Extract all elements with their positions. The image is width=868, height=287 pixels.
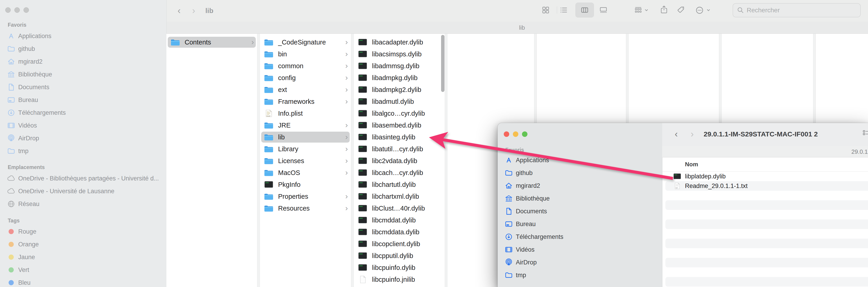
file-row-libcopclient-dylib[interactable]: execlibcopclient.dylib [354,238,445,250]
file-row-common[interactable]: common› [260,60,351,72]
file-row-macos[interactable]: MacOS› [260,167,351,179]
sidebar-item-orange[interactable]: Orange [0,238,165,251]
sidebar-item-rouge[interactable]: Rouge [0,225,165,238]
column-scrollbar[interactable] [441,35,444,92]
view-gallery-icon[interactable] [599,6,608,14]
sidebar-item-onedrive-universit-de-lausanne[interactable]: OneDrive - Université de Lausanne [0,185,165,198]
sidebar-item-tmp[interactable]: tmp [0,145,165,157]
file-row-libacsimsps-dylib[interactable]: execlibacsimsps.dylib [354,48,445,60]
sidebar-item-onedrive-biblioth-ques-partag-[interactable]: OneDrive - Bibliothèques partagées - Uni… [0,172,165,185]
zoom-button[interactable] [24,7,29,13]
file-row-libadmpkg-dylib[interactable]: execlibadmpkg.dylib [354,72,445,84]
file-row-libc2vdata-dylib[interactable]: execlibc2vdata.dylib [354,155,445,167]
sidebar-item-github[interactable]: github [498,167,661,179]
sidebar-item-tmp[interactable]: tmp [498,269,661,282]
file-row-libatutil-cyr-dylib[interactable]: execlibatutil…cyr.dylib [354,143,445,155]
view-options-partial-icon[interactable] [862,130,868,138]
sidebar-item-bleu[interactable]: Bleu [0,276,165,287]
file-row-licenses[interactable]: Licenses› [260,155,351,167]
minimize-button[interactable] [14,7,20,13]
file-row-lib[interactable]: lib› [260,131,351,143]
sidebar-item-mgirard2[interactable]: mgirard2 [0,55,165,68]
secondary-finder-window: FavorisApplicationsgithubmgirard2Bibliot… [498,123,868,287]
file-row-libcach-cyr-dylib[interactable]: execlibcach…cyr.dylib [354,167,445,179]
file-row-bin[interactable]: bin› [260,48,351,60]
more-actions-icon[interactable] [695,6,704,15]
sidebar-section-label: Favoris [505,147,524,153]
file-row-libcpuinfo-dylib[interactable]: execlibcpuinfo.dylib [354,262,445,274]
file-row-info-plist[interactable]: PLISTInfo.plist [260,108,351,119]
file-row-ext[interactable]: ext› [260,84,351,95]
close-button[interactable] [504,132,509,137]
column-separator[interactable] [351,34,354,287]
list-header-row[interactable]: Nom [662,157,868,172]
secondary-tab-bar[interactable]: 29.0.1.1-IM-S29STATC-MAC-IF001 2 [662,146,868,157]
file-row-readme-29-0-1-1-1-txt[interactable]: TXTReadme_29.0.1.1-1.txt [662,181,868,191]
file-row-libasinteg-dylib[interactable]: execlibasinteg.dylib [354,131,445,143]
sidebar-item-vid-os[interactable]: Vidéos [498,243,661,256]
file-row-libadmmsg-dylib[interactable]: execlibadmmsg.dylib [354,60,445,72]
sidebar-item-airdrop[interactable]: AirDrop [0,132,165,145]
forward-button[interactable]: › [691,130,693,139]
file-row-properties[interactable]: Properties› [260,191,351,202]
sidebar-item-jaune[interactable]: Jaune [0,251,165,263]
sidebar-item-applications[interactable]: Applications [498,154,661,167]
file-row-libadmutl-dylib[interactable]: execlibadmutl.dylib [354,95,445,108]
file-row-libchartxml-dylib[interactable]: execlibchartxml.dylib [354,191,445,202]
sidebar-item-documents[interactable]: Documents [498,205,661,218]
file-row-libcpputil-dylib[interactable]: execlibcpputil.dylib [354,250,445,262]
file-row--codesignature[interactable]: _CodeSignature› [260,36,351,48]
column-header-name[interactable]: Nom [685,161,698,168]
minimize-button[interactable] [513,132,518,137]
column-separator[interactable] [257,34,260,287]
search-field[interactable]: Rechercher [733,3,861,17]
sidebar-item-applications[interactable]: Applications [0,30,165,42]
file-row-libcmddata-dylib[interactable]: execlibcmddata.dylib [354,226,445,238]
sidebar-item-vert[interactable]: Vert [0,263,165,276]
view-list-icon[interactable] [560,6,568,14]
file-row-pkginfo[interactable]: execPkgInfo [260,179,351,191]
file-row-libchartutl-dylib[interactable]: execlibchartutl.dylib [354,179,445,191]
sidebar-item-label: Téléchargements [18,109,66,116]
file-row-contents[interactable]: Contents› [166,36,257,48]
file-row-resources[interactable]: Resources› [260,202,351,214]
column-separator[interactable] [445,34,447,287]
file-row-libclust-40r-dylib[interactable]: execlibClust…40r.dylib [354,202,445,214]
sidebar-item-biblioth-que[interactable]: Bibliothèque [498,192,661,205]
sidebar-item-bureau[interactable]: Bureau [0,93,165,106]
file-row-libacadapter-dylib[interactable]: execlibacadapter.dylib [354,36,445,48]
file-row-frameworks[interactable]: Frameworks› [260,95,351,108]
sidebar-item-documents[interactable]: Documents [0,81,165,93]
main-window-tab-bar[interactable]: lib [167,22,868,34]
file-row-config[interactable]: config› [260,72,351,84]
group-by-icon[interactable] [634,6,643,14]
file-row-libadmpkg2-dylib[interactable]: execlibadmpkg2.dylib [354,84,445,95]
sidebar-item-bureau[interactable]: Bureau [498,218,661,230]
file-row-library[interactable]: Library› [260,143,351,155]
sidebar-item-t-l-chargements[interactable]: Téléchargements [498,230,661,243]
window-controls[interactable] [5,7,29,13]
sidebar-item-mgirard2[interactable]: mgirard2 [498,179,661,192]
sidebar-item-biblioth-que[interactable]: Bibliothèque [0,68,165,81]
forward-button[interactable]: › [192,6,195,15]
tag-icon[interactable] [677,6,686,15]
file-row-libcpuinfo-jnilib[interactable]: libcpuinfo.jnilib [354,274,445,285]
sidebar-item-t-l-chargements[interactable]: Téléchargements [0,106,165,119]
back-button[interactable]: ‹ [178,6,181,15]
view-grid-icon[interactable] [541,6,550,14]
back-button[interactable]: ‹ [675,130,678,139]
file-row-libplatdep-dylib[interactable]: execlibplatdep.dylib [662,172,868,181]
zoom-button[interactable] [522,132,527,137]
sidebar-item-github[interactable]: github [0,42,165,55]
file-row-jre[interactable]: JRE› [260,119,351,131]
close-button[interactable] [5,7,11,13]
share-icon[interactable] [660,5,668,14]
file-row-libalgco-cyr-dylib[interactable]: execlibalgco…cyr.dylib [354,108,445,119]
window-controls[interactable] [504,132,527,137]
file-row-libasembed-dylib[interactable]: execlibasembed.dylib [354,119,445,131]
sidebar-item-vid-os[interactable]: Vidéos [0,119,165,132]
sidebar-item-r-seau[interactable]: Réseau [0,198,165,210]
sidebar-item-airdrop[interactable]: AirDrop [498,256,661,269]
file-row-libcmddat-dylib[interactable]: execlibcmddat.dylib [354,214,445,226]
view-columns-icon[interactable] [581,6,589,14]
